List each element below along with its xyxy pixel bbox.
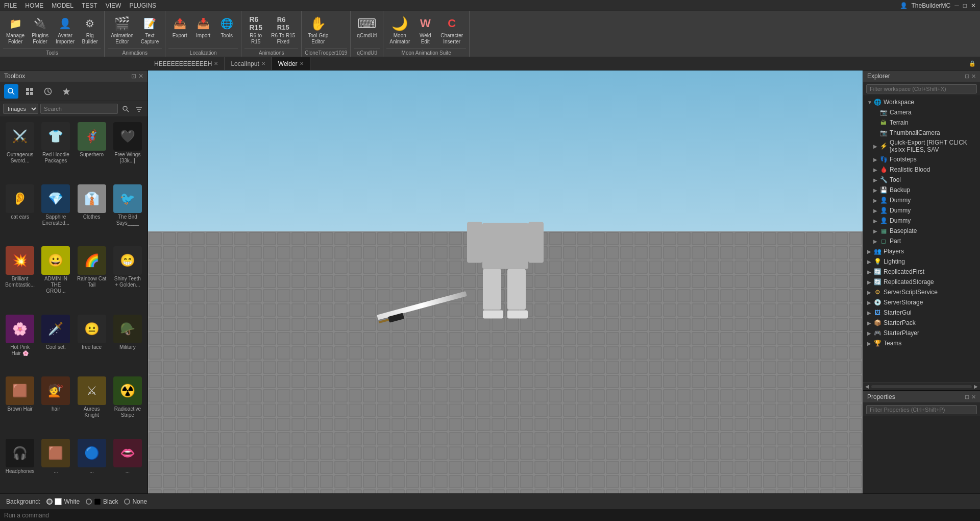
toolbox-item-cat-ears[interactable]: 👂 cat ears bbox=[3, 182, 37, 243]
explorer-expand-icon[interactable]: ⊡ bbox=[965, 73, 969, 80]
tree-item-4[interactable]: ▶ ⚡ Quick-Export [RIGHT CLICK ]xsixx FIL… bbox=[863, 138, 980, 154]
rig-builder-btn[interactable]: ⚙ RigBuilder bbox=[79, 13, 101, 47]
moon-animator-btn[interactable]: 🌙 MoonAnimator bbox=[386, 13, 413, 47]
toolbox-item-shiny-teeth[interactable]: 😁 Shiny Teeth + Golden... bbox=[111, 244, 144, 311]
tree-item-13[interactable]: ▶ ◻ Part bbox=[863, 236, 980, 246]
menu-plugins[interactable]: PLUGINS bbox=[129, 2, 156, 9]
tree-item-2[interactable]: 🏔 Terrain bbox=[863, 117, 980, 128]
search-input[interactable] bbox=[40, 104, 118, 114]
tree-item-0[interactable]: ▼ 🌐 Workspace bbox=[863, 97, 980, 107]
avatar-importer-btn[interactable]: 👤 AvatarImporter bbox=[53, 13, 78, 47]
tree-item-1[interactable]: 📷 Camera bbox=[863, 107, 980, 117]
toolbox-item-clothes[interactable]: 👔 Clothes bbox=[75, 182, 109, 243]
close-btn[interactable]: ✕ bbox=[971, 2, 976, 9]
scroll-left[interactable]: ◀ bbox=[865, 384, 869, 389]
toolbox-item-hot-pink-hair[interactable]: 🌸 Hot Pink Hair 🌸 bbox=[3, 313, 37, 373]
toolbox-starred-tab[interactable] bbox=[59, 84, 74, 99]
menu-test[interactable]: TEST bbox=[82, 2, 97, 9]
menu-model[interactable]: MODEL bbox=[52, 2, 74, 9]
tree-item-7[interactable]: ▶ 🔧 Tool bbox=[863, 175, 980, 185]
tree-item-17[interactable]: ▶ 🔄 ReplicatedStorage bbox=[863, 277, 980, 287]
scroll-right[interactable]: ▶ bbox=[974, 384, 978, 389]
menu-file[interactable]: FILE bbox=[4, 2, 17, 9]
tree-item-8[interactable]: ▶ 💾 Backup bbox=[863, 185, 980, 195]
tree-item-23[interactable]: ▶ 🏆 Teams bbox=[863, 338, 980, 348]
tree-item-15[interactable]: ▶ 💡 Lighting bbox=[863, 256, 980, 267]
tab-localinput-close[interactable]: ✕ bbox=[261, 61, 265, 66]
toolbox-close-icon[interactable]: ✕ bbox=[138, 73, 143, 80]
menu-home[interactable]: HOME bbox=[25, 2, 43, 9]
toolbox-item-superhero[interactable]: 🦸 Superhero bbox=[75, 120, 109, 180]
tree-item-18[interactable]: ▶ ⚙ ServerScriptService bbox=[863, 287, 980, 297]
toolbox-item-hair[interactable]: 💇 hair bbox=[39, 374, 72, 435]
tab-heeeeeeeeeeeh-close[interactable]: ✕ bbox=[214, 61, 218, 66]
toolbox-recent-tab[interactable] bbox=[41, 84, 55, 99]
tab-localinput[interactable]: LocalInput ✕ bbox=[225, 57, 272, 70]
menu-view[interactable]: VIEW bbox=[106, 2, 121, 9]
tree-item-21[interactable]: ▶ 📦 StarterPack bbox=[863, 318, 980, 328]
toolbox-item-aureus-knight[interactable]: ⚔ Aureus Knight bbox=[75, 374, 109, 435]
tree-item-22[interactable]: ▶ 🎮 StarterPlayer bbox=[863, 328, 980, 338]
tree-item-12[interactable]: ▶ ▦ Baseplate bbox=[863, 226, 980, 236]
toolbox-item-military[interactable]: 🪖 Military bbox=[111, 313, 144, 373]
tab-welder-close[interactable]: ✕ bbox=[300, 61, 304, 66]
toolbox-item-free-face[interactable]: 😐 free face bbox=[75, 313, 109, 373]
weld-edit-btn[interactable]: W WeldEdit bbox=[414, 13, 436, 47]
tree-item-10[interactable]: ▶ 👤 Dummy bbox=[863, 205, 980, 216]
tool-grip-editor-btn[interactable]: ✋ Tool GripEditor bbox=[305, 13, 331, 47]
toolbox-item-sapphire[interactable]: 💎 Sapphire Encrusted... bbox=[39, 182, 72, 243]
r6-to-r15-btn[interactable]: R6R15 R6 toR15 bbox=[244, 13, 267, 47]
tree-item-5[interactable]: ▶ 👣 Footsteps bbox=[863, 154, 980, 164]
toolbox-item-brown-hair[interactable]: 🟫 Brown Hair bbox=[3, 374, 37, 435]
toolbox-grid-tab[interactable] bbox=[22, 84, 37, 99]
tree-item-14[interactable]: ▶ 👥 Players bbox=[863, 246, 980, 256]
search-btn[interactable] bbox=[120, 103, 131, 114]
tree-item-3[interactable]: 📷 ThumbnailCamera bbox=[863, 128, 980, 138]
tree-item-16[interactable]: ▶ 🔄 ReplicatedFirst bbox=[863, 267, 980, 277]
bg-white-option[interactable]: White bbox=[46, 498, 80, 505]
tree-item-11[interactable]: ▶ 👤 Dummy bbox=[863, 216, 980, 226]
toolbox-item-cool-set[interactable]: 🗡️ Cool set. bbox=[39, 313, 72, 373]
toolbox-item-item3[interactable]: 🔵 ... bbox=[75, 437, 109, 491]
props-close-icon[interactable]: ✕ bbox=[971, 394, 976, 400]
command-input[interactable] bbox=[4, 512, 976, 519]
tools-btn[interactable]: 🌐 Tools bbox=[215, 13, 238, 41]
import-btn[interactable]: 📥 Import bbox=[192, 13, 214, 41]
qcmdutl-btn[interactable]: ⌨ qCmdUtl bbox=[354, 13, 380, 41]
toolbox-expand-icon[interactable]: ⊡ bbox=[131, 73, 136, 80]
viewport[interactable] bbox=[148, 70, 863, 493]
explorer-close-icon[interactable]: ✕ bbox=[971, 73, 976, 80]
toolbox-search-tab[interactable] bbox=[4, 84, 18, 99]
r6-to-r15-fixed-btn[interactable]: R6R15 R6 To R15Fixed bbox=[268, 13, 298, 47]
toolbox-item-the-bird[interactable]: 🐦 The Bird Says____ bbox=[111, 182, 144, 243]
filter-options-btn[interactable] bbox=[133, 103, 144, 114]
character-inserter-btn[interactable]: C CharacterInserter bbox=[437, 13, 466, 47]
toolbox-item-headphones[interactable]: 🎧 Headphones bbox=[3, 437, 37, 491]
props-expand-icon[interactable]: ⊡ bbox=[965, 394, 969, 400]
toolbox-item-outrageous-sword[interactable]: ⚔️ Outrageous Sword... bbox=[3, 120, 37, 180]
bg-none-option[interactable]: None bbox=[124, 498, 147, 505]
tab-welder[interactable]: Welder ✕ bbox=[272, 57, 310, 70]
manage-folder-btn[interactable]: 📁 ManageFolder bbox=[3, 13, 28, 47]
tree-item-9[interactable]: ▶ 👤 Dummy bbox=[863, 195, 980, 205]
minimize-btn[interactable]: ─ bbox=[954, 2, 959, 9]
animation-editor-btn[interactable]: 🎬 AnimationEditor bbox=[108, 13, 136, 47]
tab-heeeeeeeeeeeh[interactable]: HEEEEEEEEEEEEH ✕ bbox=[148, 57, 225, 70]
toolbox-item-item4[interactable]: 👄 ... bbox=[111, 437, 144, 491]
toolbox-item-rainbow-cat[interactable]: 🌈 Rainbow Cat Tail bbox=[75, 244, 109, 311]
h-scrollbar[interactable] bbox=[871, 385, 972, 388]
toolbox-item-item2[interactable]: 🟫 ... bbox=[39, 437, 72, 491]
plugins-folder-btn[interactable]: 🔌 PluginsFolder bbox=[29, 13, 52, 47]
export-btn[interactable]: 📤 Export bbox=[168, 13, 191, 41]
tree-item-19[interactable]: ▶ 💿 ServerStorage bbox=[863, 297, 980, 307]
explorer-search-input[interactable] bbox=[866, 84, 977, 93]
toolbox-item-red-hoodie[interactable]: 👕 Red Hoodie Packages bbox=[39, 120, 72, 180]
toolbox-item-radioactive[interactable]: ☢️ Radioactive Stripe bbox=[111, 374, 144, 435]
toolbox-item-brilliant[interactable]: 💥 Brilliant Bombtastic... bbox=[3, 244, 37, 311]
props-search-input[interactable] bbox=[866, 405, 977, 414]
text-capture-btn[interactable]: 📝 TextCapture bbox=[138, 13, 162, 47]
toolbox-item-free-wings[interactable]: 🖤 Free Wings [33k...] bbox=[111, 120, 144, 180]
category-dropdown[interactable]: ImagesModelsMeshesAudio bbox=[3, 104, 38, 114]
toolbox-item-admin[interactable]: 😀 ADMIN IN THE GROU... bbox=[39, 244, 72, 311]
tree-item-6[interactable]: ▶ 🩸 Realistic Blood bbox=[863, 164, 980, 175]
